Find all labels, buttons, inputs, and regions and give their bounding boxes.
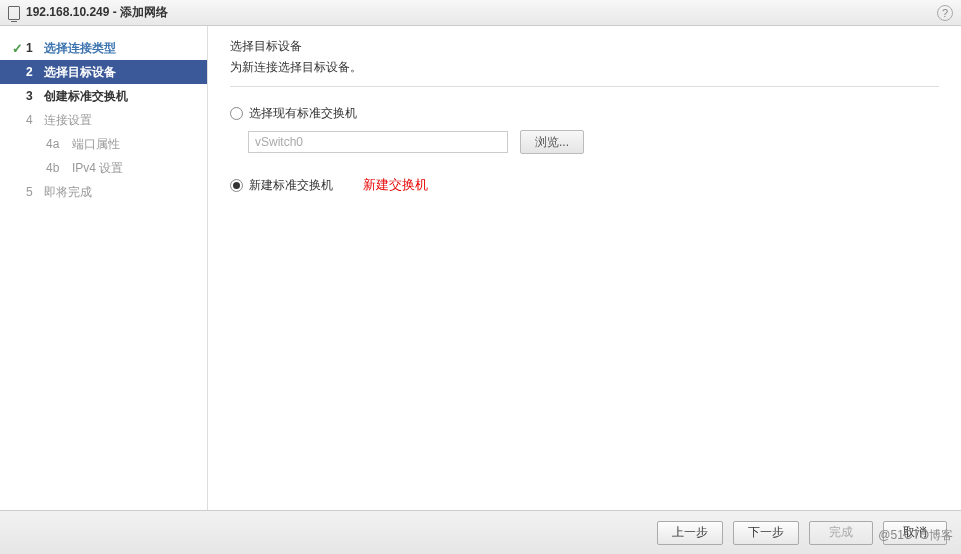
page-title: 选择目标设备 bbox=[230, 38, 939, 55]
step-num: 2 bbox=[26, 65, 44, 79]
wizard-footer: 上一步 下一步 完成 取消 bbox=[0, 510, 961, 554]
radio-new[interactable] bbox=[230, 179, 243, 192]
step-label: 选择目标设备 bbox=[44, 64, 116, 81]
step-1[interactable]: ✓ 1 选择连接类型 bbox=[0, 36, 207, 60]
check-icon: ✓ bbox=[12, 41, 26, 56]
step-label: 创建标准交换机 bbox=[44, 88, 128, 105]
page-desc: 为新连接选择目标设备。 bbox=[230, 59, 939, 76]
option-existing-switch[interactable]: 选择现有标准交换机 bbox=[230, 105, 939, 122]
step-label: 连接设置 bbox=[44, 112, 92, 129]
divider bbox=[230, 86, 939, 87]
existing-switch-input-row: 浏览... bbox=[248, 130, 939, 154]
step-num: 5 bbox=[26, 185, 44, 199]
step-label: 即将完成 bbox=[44, 184, 92, 201]
step-5: ✓ 5 即将完成 bbox=[0, 180, 207, 204]
option-new-switch[interactable]: 新建标准交换机 新建交换机 bbox=[230, 176, 939, 194]
substep-4b: 4b IPv4 设置 bbox=[0, 156, 207, 180]
substep-num: 4b bbox=[46, 161, 72, 175]
step-num: 1 bbox=[26, 41, 44, 55]
radio-existing[interactable] bbox=[230, 107, 243, 120]
annotation-text: 新建交换机 bbox=[363, 176, 428, 194]
existing-switch-input[interactable] bbox=[248, 131, 508, 153]
main-area: ✓ 1 选择连接类型 ✓ 2 选择目标设备 ✓ 3 创建标准交换机 ✓ 4 连接… bbox=[0, 26, 961, 510]
substep-label: 端口属性 bbox=[72, 136, 120, 153]
substep-4a: 4a 端口属性 bbox=[0, 132, 207, 156]
wizard-sidebar: ✓ 1 选择连接类型 ✓ 2 选择目标设备 ✓ 3 创建标准交换机 ✓ 4 连接… bbox=[0, 26, 208, 510]
cancel-button[interactable]: 取消 bbox=[883, 521, 947, 545]
substep-label: IPv4 设置 bbox=[72, 160, 123, 177]
step-2[interactable]: ✓ 2 选择目标设备 bbox=[0, 60, 207, 84]
step-label: 选择连接类型 bbox=[44, 40, 116, 57]
finish-button: 完成 bbox=[809, 521, 873, 545]
browse-button[interactable]: 浏览... bbox=[520, 130, 584, 154]
content-panel: 选择目标设备 为新连接选择目标设备。 选择现有标准交换机 浏览... 新建标准交… bbox=[208, 26, 961, 510]
step-4: ✓ 4 连接设置 bbox=[0, 108, 207, 132]
step-num: 4 bbox=[26, 113, 44, 127]
titlebar: 192.168.10.249 - 添加网络 ? bbox=[0, 0, 961, 26]
back-button[interactable]: 上一步 bbox=[657, 521, 723, 545]
help-icon[interactable]: ? bbox=[937, 5, 953, 21]
substep-num: 4a bbox=[46, 137, 72, 151]
next-button[interactable]: 下一步 bbox=[733, 521, 799, 545]
radio-existing-label[interactable]: 选择现有标准交换机 bbox=[249, 105, 357, 122]
radio-new-label[interactable]: 新建标准交换机 bbox=[249, 177, 333, 194]
step-3[interactable]: ✓ 3 创建标准交换机 bbox=[0, 84, 207, 108]
step-num: 3 bbox=[26, 89, 44, 103]
host-icon bbox=[8, 6, 20, 20]
window-title: 192.168.10.249 - 添加网络 bbox=[26, 4, 168, 21]
